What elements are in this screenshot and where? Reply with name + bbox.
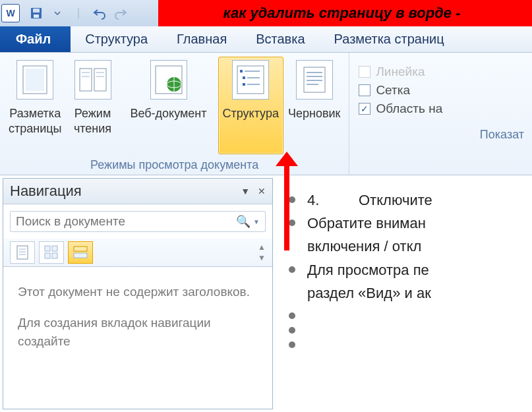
svg-rect-1	[33, 9, 40, 13]
navigation-tabs: ▲ ▼	[3, 239, 272, 267]
svg-rect-34	[45, 253, 50, 258]
document-title-text: как удалить страницу в ворде -	[223, 5, 461, 22]
tab-page-layout[interactable]: Разметка страниц	[320, 26, 459, 52]
svg-rect-37	[74, 253, 87, 258]
group-document-views-label: Режимы просмотра документа	[4, 154, 345, 172]
svg-rect-32	[45, 246, 50, 251]
list-item-cont: раздел «Вид» и ак	[307, 281, 525, 305]
view-outline-button[interactable]: Структура	[218, 57, 283, 154]
close-icon[interactable]: ✕	[258, 186, 266, 196]
list-item	[289, 305, 525, 319]
document-area[interactable]: 4. Отключите Обратите вниман включения /…	[276, 175, 532, 412]
view-page-layout-button[interactable]: Разметка страницы	[4, 57, 67, 154]
group-document-views-buttons: Разметка страницы Режим чтения Веб-докум…	[4, 57, 345, 154]
list-item-cont: включения / откл	[307, 235, 525, 258]
view-page-layout-label: Разметка страницы	[9, 106, 62, 137]
nav-tab-results[interactable]	[68, 241, 93, 264]
view-outline-label: Структура	[223, 106, 279, 121]
navpane-label: Область на	[376, 102, 442, 116]
bullet-icon	[289, 196, 295, 203]
chevron-down-icon[interactable]: ▼	[258, 253, 266, 262]
svg-rect-17	[240, 70, 243, 73]
list-text: включения / откл	[307, 235, 421, 258]
navigation-header: Навигация ▼ ✕	[3, 179, 272, 204]
word-app-icon[interactable]: W	[1, 4, 20, 22]
tab-insert[interactable]: Вставка	[241, 26, 319, 52]
navigation-body: Этот документ не содержит заголовков. Дл…	[3, 267, 272, 409]
ruler-label: Линейка	[376, 65, 425, 79]
view-draft-button[interactable]: Черновик	[283, 57, 345, 154]
chevron-up-icon[interactable]: ▲	[258, 243, 266, 252]
redo-icon[interactable]	[113, 6, 128, 20]
qat-dropdown-icon[interactable]	[50, 6, 65, 20]
list-text: Для просмотра пе	[307, 258, 429, 281]
nav-empty-message-2: Для создания вкладок навигации создайте	[18, 314, 258, 351]
grid-checkbox-row[interactable]: Сетка	[359, 83, 523, 98]
view-reading-button[interactable]: Режим чтения	[67, 57, 119, 154]
svg-rect-28	[17, 246, 28, 259]
undo-icon[interactable]	[92, 6, 107, 20]
svg-rect-5	[26, 69, 44, 91]
group-show: Линейка Сетка ✓ Область на Показат	[349, 53, 532, 175]
view-draft-label: Черновик	[288, 106, 340, 121]
list-item: 4. Отключите	[289, 189, 525, 212]
svg-rect-35	[52, 253, 57, 258]
search-icon[interactable]: 🔍	[236, 214, 251, 229]
outline-icon	[232, 60, 269, 100]
tab-home[interactable]: Главная	[162, 26, 241, 52]
svg-rect-19	[243, 76, 245, 79]
web-document-icon	[150, 60, 187, 100]
navpane-checkbox-row[interactable]: ✓ Область на	[359, 102, 523, 116]
word-app-letter: W	[6, 8, 15, 18]
group-show-label: Показат	[353, 124, 528, 142]
grid-label: Сетка	[376, 83, 410, 98]
view-web-button[interactable]: Веб-документ	[119, 57, 218, 154]
ribbon: Разметка страницы Режим чтения Веб-докум…	[0, 53, 532, 175]
list-item	[289, 319, 525, 334]
svg-rect-36	[74, 247, 87, 251]
navigation-search[interactable]: 🔍 ▼	[10, 211, 266, 232]
navigation-pane: Навигация ▼ ✕ 🔍 ▼ ▲ ▼	[3, 178, 273, 409]
svg-rect-6	[80, 69, 92, 91]
view-reading-label: Режим чтения	[74, 106, 111, 137]
group-show-controls: Линейка Сетка ✓ Область на	[353, 57, 528, 124]
bullet-icon	[289, 341, 295, 348]
svg-rect-7	[94, 69, 106, 91]
nav-prev-next[interactable]: ▲ ▼	[258, 243, 266, 262]
ribbon-tabs: Файл Структура Главная Вставка Разметка …	[0, 26, 532, 53]
quick-access-toolbar	[24, 6, 128, 20]
draft-icon	[296, 60, 333, 100]
navigation-title: Навигация	[10, 183, 82, 200]
group-document-views: Разметка страницы Режим чтения Веб-докум…	[0, 53, 349, 175]
bullet-icon	[289, 220, 295, 226]
svg-rect-33	[52, 246, 57, 251]
page-layout-icon	[16, 60, 53, 100]
workspace: Навигация ▼ ✕ 🔍 ▼ ▲ ▼	[0, 175, 532, 412]
chevron-down-icon[interactable]: ▼	[253, 218, 260, 225]
list-text: Обратите вниман	[307, 212, 426, 235]
window-title: как удалить страницу в ворде -	[158, 0, 532, 26]
list-item: Для просмотра пе	[289, 258, 525, 281]
nav-empty-message-1: Этот документ не содержит заголовков.	[18, 283, 258, 302]
nav-tab-pages[interactable]	[39, 241, 64, 264]
qat-separator	[71, 6, 86, 20]
reading-mode-icon	[74, 60, 111, 100]
list-number: 4.	[307, 189, 347, 212]
tab-structure[interactable]: Структура	[71, 26, 162, 52]
list-text: Отключите	[359, 189, 432, 212]
checkbox-icon	[359, 66, 370, 78]
navigation-header-controls: ▼ ✕	[241, 186, 266, 196]
checkbox-icon	[359, 84, 370, 96]
checkbox-checked-icon: ✓	[359, 103, 370, 115]
tab-file[interactable]: Файл	[0, 26, 71, 52]
chevron-down-icon[interactable]: ▼	[241, 186, 250, 196]
view-web-label: Веб-документ	[130, 106, 206, 121]
title-bar: W как удалить страницу в ворде -	[0, 0, 532, 26]
save-icon[interactable]	[29, 6, 44, 20]
ruler-checkbox-row[interactable]: Линейка	[359, 65, 523, 79]
list-text: раздел «Вид» и ак	[307, 281, 431, 305]
list-item: Обратите вниман	[289, 212, 525, 235]
list-item	[289, 334, 525, 348]
nav-tab-headings[interactable]	[10, 241, 35, 264]
search-input[interactable]	[16, 214, 236, 229]
